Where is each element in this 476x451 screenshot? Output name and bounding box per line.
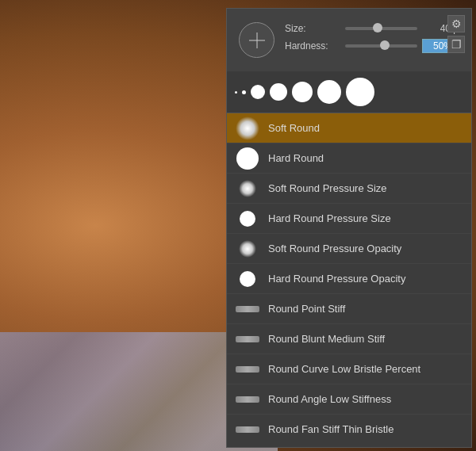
settings-icon[interactable]: ⚙	[447, 15, 465, 32]
preview-circle	[239, 22, 274, 58]
brush-icon	[235, 417, 260, 439]
size-slider-track[interactable]	[345, 27, 417, 30]
brush-size-dot-5[interactable]	[292, 82, 313, 102]
brush-name-label: Hard Round Pressure Opacity	[268, 273, 405, 285]
brush-size-dot-6[interactable]	[317, 80, 341, 104]
brush-name-label: Soft Round Pressure Opacity	[268, 243, 401, 254]
brush-controls: Size: 40 px Hardness: ⚙	[227, 9, 471, 71]
brush-name-label: Soft Round Pressure Size	[268, 182, 387, 194]
brush-list-item[interactable]: Soft Round Pressure Size	[227, 174, 471, 204]
crosshair-icon	[249, 32, 265, 48]
brush-icon	[235, 296, 260, 322]
brush-list-item[interactable]: Round Angle Low Stiffness	[227, 384, 471, 415]
brush-list-item[interactable]: Soft Round	[227, 113, 471, 143]
brush-name-label: Round Curve Low Bristle Percent	[268, 363, 420, 375]
brush-panel: Size: 40 px Hardness: ⚙	[226, 8, 472, 448]
size-label: Size:	[285, 23, 340, 34]
size-hardness-controls: Size: 40 px Hardness:	[285, 23, 463, 58]
brush-name-label: Round Point Stiff	[268, 303, 345, 315]
brush-list-item[interactable]: Round Blunt Medium Stiff	[227, 324, 471, 354]
brush-icon	[235, 327, 260, 352]
size-slider-thumb[interactable]	[373, 23, 382, 32]
brush-size-dot-1[interactable]	[235, 91, 237, 94]
brush-icon	[235, 236, 260, 262]
brush-list[interactable]: Soft RoundHard RoundSoft Round Pressure …	[227, 113, 471, 438]
brush-list-item[interactable]: Round Fan Stiff Thin Bristle	[227, 415, 471, 438]
brush-list-item[interactable]: Hard Round	[227, 143, 471, 174]
brush-size-previews	[227, 71, 471, 113]
layer-icon[interactable]: ❐	[447, 36, 465, 53]
brush-list-item[interactable]: Hard Round Pressure Size	[227, 204, 471, 234]
hardness-slider-track[interactable]	[345, 44, 417, 48]
brush-size-dot-7[interactable]	[346, 78, 374, 106]
brush-name-label: Round Angle Low Stiffness	[268, 393, 391, 405]
brush-size-dot-2[interactable]	[242, 90, 246, 94]
brush-name-label: Round Fan Stiff Thin Bristle	[268, 423, 394, 435]
panel-icons: ⚙ ❐	[447, 15, 465, 53]
preview-row: Size: 40 px Hardness: ⚙	[235, 15, 463, 65]
brush-name-label: Round Blunt Medium Stiff	[268, 333, 385, 345]
brush-icon	[235, 387, 260, 412]
brush-list-item[interactable]: Round Point Stiff	[227, 294, 471, 324]
brush-name-label: Soft Round	[268, 122, 320, 134]
brush-icon	[235, 206, 260, 231]
brush-name-label: Hard Round	[268, 152, 324, 164]
brush-list-item[interactable]: Round Curve Low Bristle Percent	[227, 354, 471, 384]
brush-icon	[235, 266, 260, 292]
hardness-control-row: Hardness:	[285, 39, 463, 53]
size-control-row: Size: 40 px	[285, 23, 463, 34]
brush-icon	[235, 146, 260, 171]
brush-list-item[interactable]: Hard Round Pressure Opacity	[227, 264, 471, 294]
brush-icon	[235, 176, 260, 201]
hardness-label: Hardness:	[285, 40, 340, 52]
brush-icon	[235, 357, 260, 382]
brush-size-dot-4[interactable]	[270, 83, 287, 101]
brush-preview	[235, 18, 278, 62]
brush-icon	[235, 116, 260, 141]
brush-name-label: Hard Round Pressure Size	[268, 212, 391, 224]
brush-size-dot-3[interactable]	[251, 85, 265, 99]
brush-list-item[interactable]: Soft Round Pressure Opacity	[227, 234, 471, 264]
hardness-slider-thumb[interactable]	[380, 40, 390, 50]
